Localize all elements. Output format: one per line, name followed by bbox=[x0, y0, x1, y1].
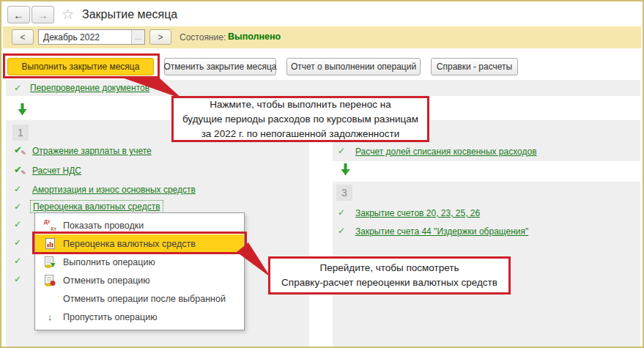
cancel-month-closing-button[interactable]: Отменить закрытие месяца bbox=[164, 58, 276, 75]
check-icon: ✓ bbox=[14, 256, 21, 266]
menu-item-execute-operation[interactable]: Выполнить операцию bbox=[35, 253, 244, 271]
check-icon: ✓ bbox=[14, 274, 21, 284]
operation-link-salary[interactable]: Отражение зарплаты в учете bbox=[32, 146, 152, 156]
context-menu: ДтКт Показать проводки Переоценка валютн… bbox=[34, 212, 245, 330]
check-icon: ✓ bbox=[14, 219, 21, 229]
period-input[interactable]: Декабрь 2022 ... bbox=[38, 29, 145, 45]
check-icon: ✓ bbox=[14, 83, 21, 93]
annotation-callout-transfer: Нажмите, чтобы выполнить перенос на буду… bbox=[171, 96, 429, 142]
menu-item-currency-revaluation-report[interactable]: Переоценка валютных средств bbox=[35, 234, 244, 253]
pencil-icon: ✎ bbox=[21, 168, 26, 178]
check-edited-icon: ✔✎ bbox=[14, 165, 22, 175]
status-badge: Выполнено bbox=[228, 32, 281, 42]
check-icon: ✓ bbox=[338, 226, 345, 236]
check-icon: ✓ bbox=[338, 207, 345, 218]
pencil-icon: ✎ bbox=[21, 148, 26, 158]
reposting-link[interactable]: Перепроведение документов bbox=[30, 83, 149, 93]
check-edited-icon: ✔✎ bbox=[14, 145, 22, 155]
annotation-callout-reference: Перейдите, чтобы посмотреть Справку-расч… bbox=[268, 256, 511, 295]
operations-report-button[interactable]: Отчет о выполнении операций bbox=[286, 58, 421, 75]
operation-link-depreciation[interactable]: Амортизация и износ основных средств bbox=[32, 185, 196, 195]
down-arrow-icon bbox=[18, 103, 27, 116]
status-label: Состояние: bbox=[179, 32, 226, 42]
operation-link-indirect-costs[interactable]: Расчет долей списания косвенных расходов bbox=[355, 147, 537, 157]
debit-credit-icon: ДтКт bbox=[43, 219, 56, 232]
down-arrow-icon bbox=[341, 163, 350, 176]
operation-link-currency-revaluation[interactable]: Переоценка валютных средств bbox=[30, 200, 163, 213]
period-value: Декабрь 2022 bbox=[39, 32, 131, 42]
favorite-star-icon[interactable]: ☆ bbox=[62, 6, 74, 23]
page-title: Закрытие месяца bbox=[82, 8, 177, 21]
back-button[interactable]: ← bbox=[7, 6, 30, 23]
menu-item-skip-operation[interactable]: ↓ Пропустить операцию bbox=[35, 308, 244, 326]
menu-item-cancel-operation[interactable]: Отменить операцию bbox=[35, 271, 244, 289]
operation-link-vat[interactable]: Расчет НДС bbox=[32, 166, 81, 176]
period-picker-ellipsis-icon[interactable]: ... bbox=[131, 30, 144, 44]
check-icon: ✓ bbox=[338, 146, 345, 156]
execute-month-closing-button[interactable]: Выполнить закрытие месяца bbox=[7, 58, 154, 75]
skip-down-arrow-icon: ↓ bbox=[43, 311, 56, 324]
report-icon bbox=[43, 237, 56, 251]
month-closing-window: ← → ☆ Закрытие месяца < Декабрь 2022 ...… bbox=[0, 0, 644, 348]
check-icon: ✓ bbox=[14, 201, 21, 212]
forward-arrow-icon: → bbox=[37, 9, 48, 21]
menu-item-cancel-operations-after[interactable]: Отменить операции после выбранной bbox=[35, 289, 244, 308]
operation-link-close-account-44[interactable]: Закрытие счета 44 "Издержки обращения" bbox=[355, 226, 528, 237]
forward-button[interactable]: → bbox=[32, 6, 54, 23]
cancel-operation-icon bbox=[43, 274, 56, 287]
previous-period-button[interactable]: < bbox=[12, 29, 34, 45]
back-arrow-icon: ← bbox=[13, 9, 24, 21]
check-icon: ✓ bbox=[14, 237, 21, 248]
section-3-number: 3 bbox=[336, 185, 352, 201]
operation-link-close-accounts-20[interactable]: Закрытие счетов 20, 23, 25, 26 bbox=[355, 208, 480, 218]
references-calculations-button[interactable]: Справки - расчеты bbox=[431, 58, 518, 75]
execute-operation-icon bbox=[43, 256, 56, 269]
section-1-number: 1 bbox=[12, 125, 29, 141]
check-icon: ✓ bbox=[14, 184, 21, 194]
menu-item-show-postings[interactable]: ДтКт Показать проводки bbox=[35, 216, 244, 234]
next-period-button[interactable]: > bbox=[149, 29, 171, 45]
